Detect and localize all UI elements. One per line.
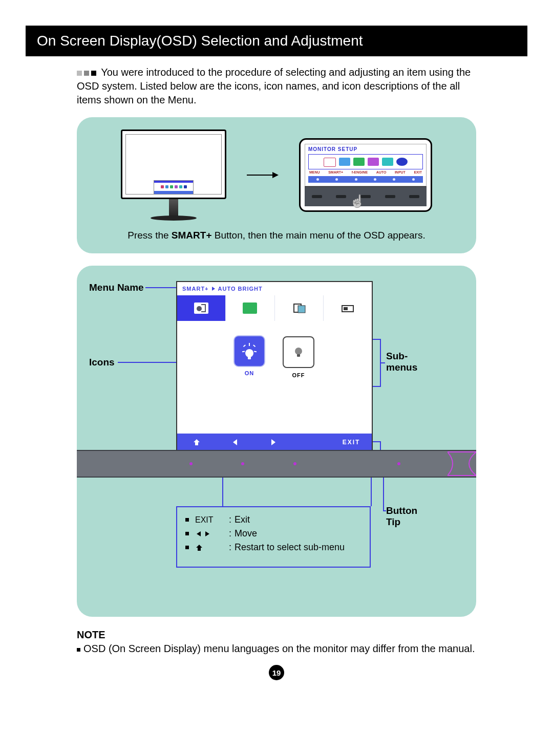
intro-text: You were introduced to the procedure of …: [77, 67, 471, 105]
home-up-icon: [195, 544, 226, 552]
osd-breadcrumb: SMART+ AUTO BRIGHT: [177, 282, 372, 295]
arrows-lr-icon: [195, 530, 226, 537]
tab-original-ratio: [226, 295, 274, 321]
bezel-edge-icon: [448, 451, 476, 477]
exit-label: EXIT: [331, 439, 372, 446]
off-label: OFF: [283, 372, 314, 378]
tab-web: [275, 295, 324, 321]
osd-footer-bar: EXIT: [177, 434, 372, 451]
tab-cinema: [324, 295, 372, 321]
bulb-off-icon: [283, 336, 314, 368]
bezel-bar: [77, 450, 476, 478]
home-up-icon: [177, 438, 216, 446]
bullet-icon: [77, 66, 98, 79]
note-body: OSD (On Screen Display) menu languages o…: [83, 643, 475, 654]
svg-rect-2: [298, 306, 305, 313]
sub-menus-label: Sub- menus: [386, 351, 417, 373]
chevron-right-icon: [212, 287, 215, 291]
cinema-icon: [341, 303, 355, 314]
monitor-setup-label: MONITOR SETUP: [305, 144, 426, 154]
nav-left-icon: [216, 439, 254, 446]
bezel-button-dot: [397, 462, 400, 465]
legend-row: : Move: [185, 528, 361, 539]
section-header: On Screen Display(OSD) Selection and Adj…: [26, 26, 527, 56]
osd-tab-row: [177, 295, 372, 321]
svg-rect-6: [248, 357, 251, 359]
svg-point-5: [245, 349, 253, 357]
bullet-icon: [185, 532, 189, 535]
bulb-on-icon: [235, 336, 264, 366]
pointer-hand-icon: ☝: [350, 194, 365, 208]
svg-rect-4: [344, 307, 348, 310]
zoomed-osd-illustration: MONITOR SETUP MENU SMART+ f-ENGINE AUTO: [299, 138, 432, 212]
svg-rect-13: [297, 354, 300, 357]
auto-bright-icon: [194, 303, 208, 314]
zoom-labels-row: MENU SMART+ f-ENGINE AUTO INPUT EXIT: [305, 169, 426, 176]
svg-rect-7: [249, 343, 250, 346]
legend-row: EXIT : Exit: [185, 514, 361, 525]
illustration-panel-2: Menu Name Icons Sub- menus Button Tip: [77, 266, 476, 617]
button-tip-legend: EXIT : Exit : Move: [176, 506, 371, 568]
option-off: OFF: [283, 336, 314, 378]
icons-label: Icons: [89, 357, 115, 368]
monitor-illustration: [121, 129, 226, 221]
legend-desc: Move: [235, 528, 257, 539]
menu-name-label: Menu Name: [89, 282, 144, 293]
button-tip-label: Button Tip: [386, 505, 417, 528]
nav-right-icon: [254, 439, 292, 446]
svg-rect-10: [242, 351, 245, 352]
ratio-icon: [243, 303, 257, 314]
panel1-caption: Press the SMART+ Button, then the main m…: [93, 230, 460, 241]
legend-desc: Restart to select sub-menu: [235, 542, 345, 553]
tab-auto-bright: [177, 295, 226, 321]
legend-row: : Restart to select sub-menu: [185, 542, 361, 553]
bullet-icon: [185, 518, 189, 522]
svg-point-12: [295, 348, 302, 355]
illustration-panel-1: MONITOR SETUP MENU SMART+ f-ENGINE AUTO: [77, 117, 476, 253]
option-on: ON: [235, 336, 264, 376]
bullet-icon: [77, 648, 80, 652]
bullet-icon: [185, 546, 189, 549]
bezel-button-dot: [189, 462, 193, 465]
web-icon: [292, 303, 306, 314]
page-number: 19: [269, 665, 284, 680]
osd-window: SMART+ AUTO BRIGHT: [176, 281, 373, 452]
on-label: ON: [235, 370, 264, 376]
bezel-button-dot: [293, 462, 296, 465]
note-title: NOTE: [77, 629, 476, 641]
svg-rect-9: [253, 344, 256, 347]
bezel-button-dot: [241, 462, 244, 465]
intro-paragraph: You were introduced to the procedure of …: [26, 56, 527, 113]
note-section: NOTE OSD (On Screen Display) menu langua…: [77, 629, 476, 655]
svg-rect-11: [254, 351, 257, 352]
arrow-right-icon: [247, 172, 279, 178]
svg-point-0: [197, 306, 202, 311]
section-title: On Screen Display(OSD) Selection and Adj…: [37, 33, 363, 49]
legend-desc: Exit: [235, 514, 250, 525]
svg-rect-8: [243, 344, 246, 347]
